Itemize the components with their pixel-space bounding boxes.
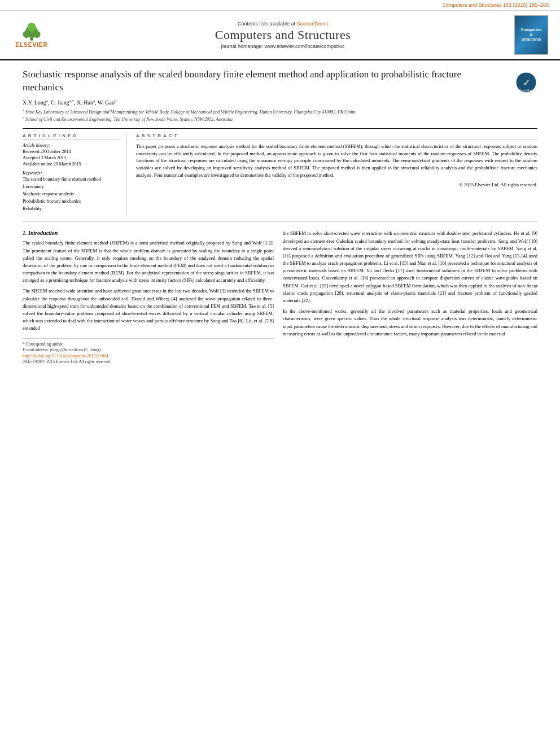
abstract-text: This paper proposes a stochastic respons…: [136, 143, 537, 189]
section-1-right-paragraph-1: the SBFEM to solve short-crested wave in…: [283, 230, 537, 304]
authors-line: X.Y. Longa, C. Jianga,*, X. Hana, W. Gao…: [23, 99, 537, 106]
copyright: © 2015 Elsevier Ltd. All rights reserved…: [136, 181, 537, 189]
svg-text:CrossMark: CrossMark: [519, 89, 533, 92]
article-info-abstract-section: A R T I C L E I N F O Article history: R…: [23, 128, 537, 216]
available-online-date: Available online 29 March 2015: [23, 161, 121, 167]
body-left-column: 1. Introduction The scaled boundary fini…: [23, 230, 274, 365]
crossmark-badge: ✓ CrossMark: [515, 71, 537, 94]
journal-thumbnail: Computers & Structures: [514, 15, 548, 55]
article-title: Stochastic response analysis of the scal…: [23, 68, 491, 94]
author-3: X. Hana: [77, 99, 95, 106]
sciencedirect-link[interactable]: ScienceDirect: [297, 21, 329, 27]
doi-link[interactable]: http://dx.doi.org/10.1016/j.compstruc.20…: [23, 353, 108, 359]
issn-footnote: 0045-7949/© 2015 Elsevier Ltd. All right…: [23, 359, 274, 365]
page: Computers and Structures 153 (2015) 185–…: [0, 0, 560, 747]
thumbnail-text1: Computers: [521, 28, 542, 32]
section-1-heading: 1. Introduction: [23, 230, 274, 236]
keyword-3: Stochastic response analysis: [23, 191, 121, 198]
footnote-section: * Corresponding author. E-mail address: …: [23, 338, 274, 365]
top-bar: Computers and Structures 153 (2015) 185–…: [0, 0, 560, 11]
author-2: C. Jianga,*: [51, 99, 74, 106]
elsevier-wordmark: ELSEVIER: [15, 42, 47, 48]
author-1: X.Y. Longa: [23, 99, 48, 106]
corresponding-author-note: * Corresponding author.: [23, 342, 274, 348]
abstract-column: A B S T R A C T This paper proposes a st…: [136, 133, 537, 216]
svg-text:✓: ✓: [523, 78, 530, 88]
keyword-5: Reliability: [23, 206, 121, 213]
keywords-label: Keywords:: [23, 171, 121, 176]
affiliations: a State Key Laboratory of Advanced Desig…: [23, 108, 537, 123]
keywords-list: The scaled boundary finite element metho…: [23, 176, 121, 212]
elsevier-tree-icon: [18, 22, 46, 42]
thumbnail-text3: Structures: [521, 37, 541, 42]
journal-name-header: Computers and Structures: [215, 28, 351, 42]
journal-header-center: Contents lists available at ScienceDirec…: [60, 15, 506, 55]
accepted-date: Accepted 3 March 2015: [23, 155, 121, 161]
affiliation-1: a State Key Laboratory of Advanced Desig…: [23, 108, 537, 115]
paper-content: Stochastic response analysis of the scal…: [0, 60, 560, 371]
keyword-2: Uncertainty: [23, 184, 121, 191]
section-1-paragraph-2: The SBFEM received wide attention and ha…: [23, 287, 274, 332]
elsevier-logo: ELSEVIER: [15, 22, 47, 48]
body-two-col: 1. Introduction The scaled boundary fini…: [23, 221, 537, 365]
received-date: Received 29 October 2014: [23, 148, 121, 155]
article-info-label: A R T I C L E I N F O: [23, 133, 121, 140]
journal-thumbnail-section: Computers & Structures: [511, 15, 551, 55]
svg-point-4: [27, 23, 36, 32]
journal-homepage: journal homepage: www.elsevier.com/locat…: [221, 43, 344, 49]
email-footnote: E-mail address: jiangc@hnu.edu.cn (C. Ji…: [23, 347, 274, 353]
journal-citation: Computers and Structures 153 (2015) 185–…: [442, 2, 549, 8]
keywords-group: Keywords: The scaled boundary finite ele…: [23, 171, 121, 212]
sciencedirect-line: Contents lists available at ScienceDirec…: [238, 21, 328, 27]
article-info-column: A R T I C L E I N F O Article history: R…: [23, 133, 127, 216]
svg-point-3: [33, 31, 40, 38]
elsevier-logo-section: ELSEVIER: [9, 15, 54, 55]
keyword-1: The scaled boundary finite element metho…: [23, 176, 121, 184]
history-label: Article history:: [23, 143, 121, 148]
article-title-section: Stochastic response analysis of the scal…: [23, 68, 537, 94]
section-1-paragraph-1: The scaled boundary finite-element metho…: [23, 239, 274, 284]
svg-point-2: [23, 31, 29, 38]
body-right-column: the SBFEM to solve short-crested wave in…: [283, 230, 537, 365]
crossmark-icon: ✓ CrossMark: [515, 71, 537, 94]
article-history-group: Article history: Received 29 October 201…: [23, 143, 121, 168]
section-1-right-paragraph-2: In the above-mentioned works, generally …: [283, 308, 537, 338]
keyword-4: Probabilistic fracture mechanics: [23, 198, 121, 206]
author-4: W. Gaob: [98, 99, 117, 106]
journal-header: ELSEVIER Contents lists available at Sci…: [0, 11, 560, 60]
affiliation-2: b School of Civil and Environmental Engi…: [23, 115, 537, 123]
abstract-label: A B S T R A C T: [136, 133, 537, 140]
doi-footnote: http://dx.doi.org/10.1016/j.compstruc.20…: [23, 353, 274, 360]
thumbnail-text2: &: [530, 33, 532, 37]
